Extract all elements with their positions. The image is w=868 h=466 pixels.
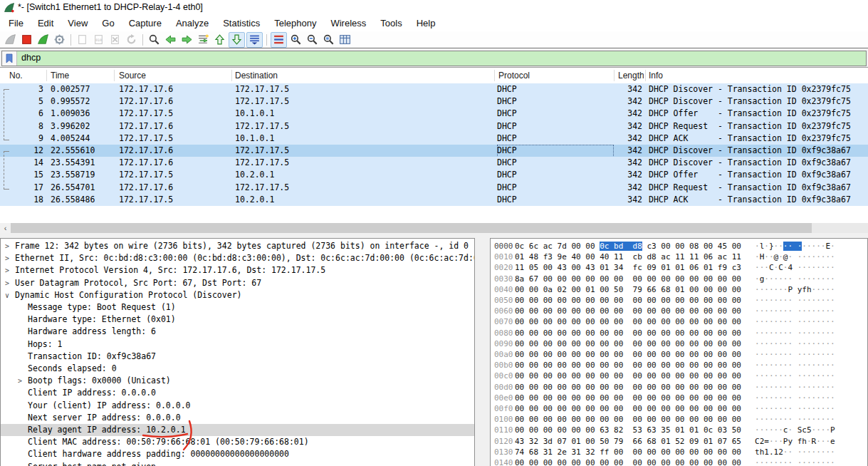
restart-capture-button[interactable] bbox=[36, 33, 51, 47]
hex-ascii[interactable]: ·H··@·@· ········ bbox=[755, 252, 835, 262]
hex-row-00c0[interactable]: 00c000 00 00 00 00 00 00 00 00 00 00 00 … bbox=[491, 371, 868, 381]
menu-edit[interactable]: Edit bbox=[31, 16, 61, 31]
hex-ascii[interactable]: th1.12·· ········ bbox=[755, 447, 835, 457]
hex-bytes[interactable]: 8a 67 00 00 00 00 00 00 00 00 00 00 00 0… bbox=[515, 274, 741, 284]
hex-ascii[interactable]: ········ ········ bbox=[755, 306, 835, 316]
hex-row-0120[interactable]: 012043 32 3d 07 01 00 50 79 66 68 01 52 … bbox=[491, 436, 868, 447]
go-to-last-packet-button[interactable] bbox=[229, 32, 245, 48]
detail-line[interactable]: >User Datagram Protocol, Src Port: 67, D… bbox=[1, 277, 475, 289]
menu-view[interactable]: View bbox=[61, 16, 95, 31]
hex-ascii[interactable]: ········ ········ bbox=[755, 414, 835, 425]
hex-row-0000[interactable]: 00000c 6c ac 7d 00 00 0c bd d8 c3 00 00 … bbox=[491, 241, 868, 252]
hex-row-00b0[interactable]: 00b000 00 00 00 00 00 00 00 00 00 00 00 … bbox=[491, 360, 868, 371]
hex-bytes[interactable]: 0c 6c ac 7d 00 00 0c bd d8 c3 00 00 08 0… bbox=[515, 241, 741, 252]
hex-bytes[interactable]: 00 00 00 00 00 00 00 00 00 00 00 00 00 0… bbox=[515, 295, 741, 306]
expander-closed-icon[interactable]: > bbox=[5, 264, 9, 276]
hex-ascii[interactable]: ········ ········ bbox=[755, 349, 835, 360]
detail-line[interactable]: >Frame 12: 342 bytes on wire (2736 bits)… bbox=[1, 240, 475, 252]
column-header-info[interactable]: Info bbox=[649, 68, 862, 83]
go-forward-button[interactable] bbox=[179, 33, 194, 47]
hex-row-00f0[interactable]: 00f000 00 00 00 00 00 00 00 00 00 00 00 … bbox=[491, 403, 868, 414]
detail-line[interactable]: >Bootp flags: 0x0000 (Unicast) bbox=[1, 375, 475, 387]
zoom-in-button[interactable] bbox=[288, 33, 303, 47]
hex-row-0070[interactable]: 007000 00 00 00 00 00 00 00 00 00 00 00 … bbox=[491, 316, 868, 327]
expander-closed-icon[interactable]: > bbox=[5, 277, 9, 289]
colorize-packets-button[interactable] bbox=[271, 32, 287, 48]
column-separator[interactable] bbox=[494, 70, 495, 81]
packet-row-17[interactable]: 1726.554701172.17.17.6172.17.17.5DHCP342… bbox=[0, 182, 868, 194]
hex-ascii[interactable]: ········ ········ bbox=[755, 382, 835, 393]
expander-closed-icon[interactable]: > bbox=[18, 375, 22, 387]
packet-row-18[interactable]: 1826.558486172.17.17.510.2.0.1DHCP342DHC… bbox=[0, 194, 868, 206]
packet-row-12[interactable]: 1222.555610172.17.17.6172.17.17.5DHCP342… bbox=[0, 145, 868, 157]
stop-capture-button[interactable] bbox=[19, 33, 34, 47]
menu-wireless[interactable]: Wireless bbox=[323, 16, 373, 31]
hex-bytes[interactable]: 00 00 0a 02 00 01 00 50 79 66 68 01 00 0… bbox=[515, 284, 741, 295]
column-header-destination[interactable]: Destination bbox=[235, 68, 491, 83]
menu-capture[interactable]: Capture bbox=[122, 16, 169, 31]
detail-line[interactable]: Hardware address length: 6 bbox=[1, 326, 475, 338]
detail-line[interactable]: >Ethernet II, Src: 0c:bd:d8:c3:00:00 (0c… bbox=[1, 252, 475, 264]
hex-row-0130[interactable]: 013074 68 31 2e 31 32 ff 00 00 00 00 00 … bbox=[491, 447, 868, 457]
hscrollbar-thumb[interactable] bbox=[11, 223, 812, 233]
packet-row-15[interactable]: 1523.558719172.17.17.510.2.0.1DHCP342DHC… bbox=[0, 169, 868, 181]
resize-columns-button[interactable] bbox=[338, 33, 352, 47]
packet-row-3[interactable]: 30.002577172.17.17.6172.17.17.5DHCP342DH… bbox=[0, 83, 868, 95]
hex-row-00e0[interactable]: 00e000 00 00 00 00 00 00 00 00 00 00 00 … bbox=[491, 393, 868, 403]
hex-row-0080[interactable]: 008000 00 00 00 00 00 00 00 00 00 00 00 … bbox=[491, 328, 868, 338]
display-filter-input[interactable]: dhcp bbox=[1, 51, 867, 66]
hex-ascii[interactable]: ·······P yfh····· bbox=[755, 284, 835, 295]
menu-telephony[interactable]: Telephony bbox=[267, 16, 323, 31]
hex-bytes[interactable]: 00 00 00 00 00 00 00 00 00 00 00 00 00 0… bbox=[515, 457, 741, 466]
expander-open-icon[interactable]: ∨ bbox=[5, 289, 9, 301]
hex-row-0060[interactable]: 006000 00 00 00 00 00 00 00 00 00 00 00 … bbox=[491, 306, 868, 316]
auto-scroll-button[interactable] bbox=[246, 32, 263, 48]
hex-ascii[interactable]: ········ ········ bbox=[755, 328, 835, 338]
close-file-button[interactable] bbox=[108, 33, 122, 47]
hex-ascii[interactable]: ········ ········ bbox=[755, 371, 835, 381]
detail-line[interactable]: Client MAC address: 00:50:79:66:68:01 (0… bbox=[1, 436, 475, 448]
scroll-left-arrow-icon[interactable]: ‹ bbox=[0, 223, 11, 233]
hex-bytes[interactable]: 00 00 00 00 00 00 00 00 00 00 00 00 00 0… bbox=[515, 338, 741, 349]
menu-go[interactable]: Go bbox=[95, 16, 121, 31]
hex-bytes[interactable]: 00 00 00 00 00 00 00 00 00 00 00 00 00 0… bbox=[515, 393, 741, 403]
hex-ascii[interactable]: ········ ········ bbox=[755, 316, 835, 327]
detail-line[interactable]: Seconds elapsed: 0 bbox=[1, 363, 475, 375]
hex-bytes[interactable]: 00 00 00 00 00 00 00 00 00 00 00 00 00 0… bbox=[515, 328, 741, 338]
open-file-button[interactable] bbox=[75, 33, 90, 47]
hex-ascii[interactable]: ········ ········ bbox=[755, 338, 835, 349]
detail-line[interactable]: Transaction ID: 0xf9c38a67 bbox=[1, 351, 475, 363]
zoom-reset-button[interactable] bbox=[321, 33, 336, 47]
packet-row-6[interactable]: 61.009036172.17.17.510.1.0.1DHCP342DHCP … bbox=[0, 108, 868, 120]
hex-row-0110[interactable]: 011000 00 00 00 00 00 63 82 53 63 35 01 … bbox=[491, 425, 868, 435]
hex-ascii[interactable]: C2=···Py fh·R···e bbox=[755, 436, 835, 447]
detail-line[interactable]: >Internet Protocol Version 4, Src: 172.1… bbox=[1, 264, 475, 276]
expander-closed-icon[interactable]: > bbox=[5, 252, 9, 264]
detail-line[interactable]: Server host name not given bbox=[1, 461, 475, 466]
menu-analyze[interactable]: Analyze bbox=[169, 16, 216, 31]
hex-ascii[interactable]: ········ ········ bbox=[755, 457, 835, 466]
hex-bytes[interactable]: 00 00 00 00 00 00 00 00 00 00 00 00 00 0… bbox=[515, 316, 741, 327]
hex-bytes[interactable]: 11 05 00 43 00 43 01 34 fc 09 01 01 06 0… bbox=[515, 262, 741, 273]
column-header-time[interactable]: Time bbox=[51, 68, 115, 83]
packet-row-8[interactable]: 83.996202172.17.17.6172.17.17.5DHCP342DH… bbox=[0, 120, 868, 133]
hex-ascii[interactable]: ········ ········ bbox=[755, 295, 835, 306]
detail-line[interactable]: Hops: 1 bbox=[1, 338, 475, 351]
hex-bytes[interactable]: 01 48 f3 9e 40 00 40 11 cb d8 ac 11 11 0… bbox=[515, 252, 741, 262]
hex-bytes[interactable]: 00 00 00 00 00 00 63 82 53 63 35 01 01 0… bbox=[515, 425, 741, 435]
hex-ascii[interactable]: ···C·C·4 ········ bbox=[755, 262, 835, 273]
hex-row-0020[interactable]: 002011 05 00 43 00 43 01 34 fc 09 01 01 … bbox=[491, 262, 868, 273]
hex-ascii[interactable]: ······c· Sc5····P bbox=[755, 425, 835, 435]
hex-ascii[interactable]: ········ ········ bbox=[755, 393, 835, 403]
column-header-protocol[interactable]: Protocol bbox=[498, 68, 612, 83]
column-separator[interactable] bbox=[614, 70, 615, 81]
hex-row-00a0[interactable]: 00a000 00 00 00 00 00 00 00 00 00 00 00 … bbox=[491, 349, 868, 360]
start-capture-button[interactable] bbox=[3, 33, 18, 47]
filter-bookmark-button[interactable] bbox=[2, 51, 17, 66]
hex-row-0030[interactable]: 00308a 67 00 00 00 00 00 00 00 00 00 00 … bbox=[491, 274, 868, 284]
hex-ascii[interactable]: ·g······ ········ bbox=[755, 274, 835, 284]
detail-line[interactable]: Your (client) IP address: 0.0.0.0 bbox=[1, 400, 475, 412]
hex-ascii[interactable]: ········ ········ bbox=[755, 360, 835, 371]
column-separator[interactable] bbox=[114, 70, 115, 81]
hex-bytes[interactable]: 00 00 00 00 00 00 00 00 00 00 00 00 00 0… bbox=[515, 414, 741, 425]
